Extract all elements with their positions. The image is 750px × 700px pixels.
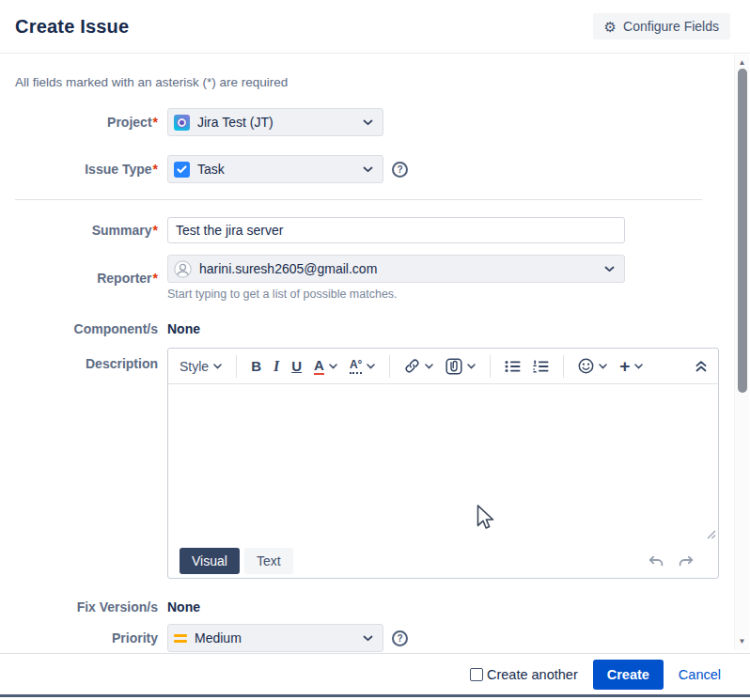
description-row: Description Style B I U A (0, 348, 733, 579)
issue-type-select-value: Task (197, 162, 355, 177)
gear-icon: ⚙ (604, 20, 617, 34)
create-another-checkbox[interactable] (470, 668, 483, 681)
reporter-select-value: harini.suresh2605@gmail.com (199, 261, 597, 276)
priority-row: Priority Medium ? (0, 624, 733, 652)
description-label: Description (0, 348, 158, 371)
resize-handle-icon[interactable] (706, 527, 716, 542)
section-divider (15, 199, 702, 200)
cancel-link[interactable]: Cancel (679, 667, 721, 682)
create-issue-dialog: Create Issue ⚙ Configure Fields All fiel… (0, 0, 750, 700)
undo-icon[interactable] (648, 555, 664, 567)
configure-fields-button[interactable]: ⚙ Configure Fields (593, 13, 730, 39)
chevron-down-icon (634, 364, 643, 369)
chevron-down-icon (599, 364, 607, 369)
bold-button[interactable]: B (251, 358, 261, 374)
dialog-header: Create Issue ⚙ Configure Fields (0, 0, 750, 54)
numbered-list-icon (533, 360, 549, 373)
toolbar-separator (236, 355, 237, 378)
priority-label: Priority (0, 630, 158, 646)
italic-button[interactable]: I (273, 358, 279, 375)
required-fields-note: All fields marked with an asterisk (*) a… (15, 75, 733, 89)
project-label: Project* (0, 115, 158, 130)
project-avatar-icon (174, 115, 190, 131)
priority-help-icon[interactable]: ? (392, 630, 408, 646)
reporter-help-text: Start typing to get a list of possible m… (167, 288, 733, 301)
fix-versions-row: Fix Version/s None (0, 599, 733, 614)
editor-toolbar: Style B I U A A° (168, 349, 718, 384)
create-button[interactable]: Create (593, 660, 664, 690)
user-avatar-icon (174, 260, 192, 278)
chevron-down-icon (425, 364, 433, 369)
description-textarea[interactable] (168, 384, 718, 544)
required-asterisk: * (153, 115, 158, 130)
emoji-icon (578, 358, 594, 374)
required-asterisk: * (153, 162, 158, 177)
link-icon (404, 358, 420, 374)
vertical-scrollbar[interactable]: ▲ ▼ (734, 54, 749, 650)
redo-icon[interactable] (678, 555, 694, 567)
toolbar-separator (563, 355, 564, 378)
text-color-button[interactable]: A (314, 357, 337, 375)
chevron-down-icon (363, 635, 373, 642)
chevron-down-icon (604, 266, 615, 272)
chevron-down-icon (213, 364, 222, 369)
undo-redo-group (648, 555, 707, 567)
project-row: Project* Jira Test (JT) (0, 108, 733, 136)
chevron-down-icon (363, 119, 373, 126)
form-scroll-area: All fields marked with an asterisk (*) a… (0, 54, 733, 653)
priority-select[interactable]: Medium (167, 624, 383, 652)
chevron-down-icon (329, 364, 337, 369)
reporter-label: Reporter* (0, 271, 158, 286)
configure-fields-label: Configure Fields (623, 19, 719, 34)
attach-button[interactable] (445, 358, 476, 375)
chevron-down-icon (367, 364, 375, 369)
components-label: Component/s (0, 321, 158, 336)
issue-type-select[interactable]: Task (167, 155, 383, 183)
reporter-select[interactable]: harini.suresh2605@gmail.com (167, 255, 625, 283)
issue-type-row: Issue Type* Task ? (0, 155, 733, 183)
insert-more-button[interactable]: + (619, 357, 643, 375)
dialog-bottom-edge (0, 694, 750, 697)
create-another-label: Create another (487, 667, 578, 682)
summary-row: Summary* (0, 217, 733, 243)
issue-type-help-icon[interactable]: ? (392, 162, 408, 178)
reporter-row: Reporter* harini.suresh2605@gmail.com (0, 255, 733, 301)
create-another-checkbox-wrap[interactable]: Create another (470, 667, 578, 682)
style-dropdown[interactable]: Style (180, 359, 222, 374)
paperclip-icon (445, 358, 462, 375)
scroll-up-arrow-icon[interactable]: ▲ (735, 58, 749, 68)
description-editor: Style B I U A A° (167, 348, 719, 579)
scroll-down-arrow-icon[interactable]: ▼ (735, 637, 749, 646)
priority-medium-icon (174, 634, 187, 643)
priority-select-value: Medium (195, 630, 355, 646)
issue-type-label: Issue Type* (0, 162, 158, 177)
numbered-list-button[interactable] (533, 360, 549, 373)
collapse-toolbar-button[interactable] (695, 361, 707, 372)
toolbar-separator (490, 355, 491, 378)
editor-mode-tabs: Visual Text (168, 544, 718, 578)
text-styles-button[interactable]: A° (350, 358, 375, 375)
project-select[interactable]: Jira Test (JT) (167, 108, 383, 136)
tab-text[interactable]: Text (244, 548, 293, 574)
toolbar-separator (389, 355, 390, 378)
required-asterisk: * (153, 271, 158, 286)
page-title: Create Issue (15, 16, 129, 38)
components-value[interactable]: None (167, 321, 200, 336)
bullet-list-icon (505, 360, 521, 373)
tab-visual[interactable]: Visual (180, 548, 240, 574)
scrollbar-thumb[interactable] (738, 69, 747, 393)
underline-button[interactable]: U (291, 358, 302, 374)
fix-versions-value[interactable]: None (167, 599, 200, 614)
emoji-button[interactable] (578, 358, 607, 374)
chevron-down-icon (363, 166, 373, 173)
bullet-list-button[interactable] (505, 360, 521, 373)
link-button[interactable] (404, 358, 433, 374)
task-type-icon (174, 162, 190, 178)
chevron-down-icon (467, 364, 476, 369)
summary-input[interactable] (167, 217, 625, 243)
fix-versions-label: Fix Version/s (0, 599, 158, 614)
dialog-footer: Create another Create Cancel (0, 653, 750, 700)
required-asterisk: * (153, 223, 158, 238)
double-chevron-up-icon (695, 361, 707, 372)
components-row: Component/s None (0, 321, 733, 336)
